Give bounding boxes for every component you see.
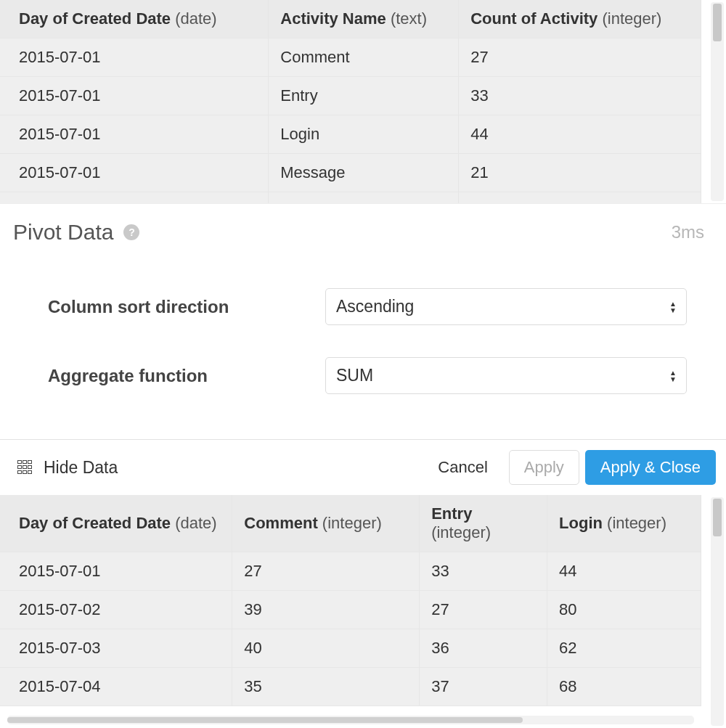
cell-name: Comment — [269, 38, 459, 77]
scrollbar-thumb[interactable] — [7, 717, 523, 723]
col-label: Login — [559, 514, 603, 532]
col-label: Count of Activity — [470, 9, 597, 28]
cell-name: Tag — [269, 192, 459, 204]
cell-login: 80 — [547, 591, 701, 629]
cell-login: 68 — [547, 668, 701, 706]
col-type: (date) — [175, 514, 216, 532]
table-row[interactable]: 2015-07-03 40 36 62 — [0, 629, 701, 668]
table-row[interactable]: 2015-07-04 35 37 68 — [0, 668, 701, 706]
col-comment[interactable]: Comment (integer) — [232, 495, 420, 552]
col-type: (integer) — [431, 523, 491, 541]
cell-comment: 27 — [232, 552, 420, 591]
cell-date: 2015-07-03 — [0, 629, 232, 668]
cell-entry: 36 — [420, 629, 547, 668]
panel-header: Pivot Data ? 3ms — [0, 204, 726, 249]
col-entry[interactable]: Entry (integer) — [420, 495, 547, 552]
scrollbar-thumb[interactable] — [713, 4, 722, 41]
table-row[interactable]: 2015-07-01 Message 21 — [0, 154, 701, 192]
source-table: Day of Created Date (date) Activity Name… — [0, 0, 701, 203]
cell-date: 2015-07-01 — [0, 552, 232, 591]
cell-entry: 33 — [420, 552, 547, 591]
apply-close-button[interactable]: Apply & Close — [585, 450, 716, 485]
table-row[interactable]: 2015-07-01 Entry 33 — [0, 77, 701, 115]
col-type: (integer) — [322, 514, 382, 532]
cell-date: 2015-07-01 — [0, 77, 269, 115]
hide-data-toggle[interactable]: Hide Data — [17, 458, 118, 478]
cell-date: 2015-07-04 — [0, 668, 232, 706]
cell-date: 2015-07-01 — [0, 154, 269, 192]
cancel-button[interactable]: Cancel — [423, 450, 502, 485]
col-type: (text) — [391, 9, 427, 28]
table-header-row: Day of Created Date (date) Comment (inte… — [0, 495, 701, 552]
col-activity-name[interactable]: Activity Name (text) — [269, 0, 459, 38]
col-label: Comment — [244, 514, 317, 532]
label-sort-direction: Column sort direction — [13, 297, 325, 317]
cell-comment: 39 — [232, 591, 420, 629]
col-label: Entry — [431, 504, 472, 523]
select-value[interactable]: Ascending — [325, 288, 687, 325]
panel-title: Pivot Data — [13, 220, 113, 245]
cell-count: 27 — [459, 38, 701, 77]
hide-data-label: Hide Data — [44, 458, 118, 478]
col-type: (integer) — [607, 514, 666, 532]
cell-name: Entry — [269, 77, 459, 115]
cell-entry: 37 — [420, 668, 547, 706]
horizontal-scrollbar[interactable] — [7, 716, 694, 724]
table-row[interactable]: 2015-07-01 Comment 27 — [0, 38, 701, 77]
col-type: (integer) — [602, 9, 661, 28]
select-aggregate-function[interactable]: SUM ▲▼ — [325, 357, 687, 394]
col-created-date[interactable]: Day of Created Date (date) — [0, 495, 232, 552]
pivot-panel: Pivot Data ? 3ms Column sort direction A… — [0, 203, 726, 495]
cell-count: 44 — [459, 115, 701, 154]
panel-footer: Hide Data Cancel Apply Apply & Close — [0, 439, 726, 495]
scrollbar-thumb[interactable] — [713, 499, 722, 536]
col-type: (date) — [175, 9, 216, 28]
cell-name: Message — [269, 154, 459, 192]
select-sort-direction[interactable]: Ascending ▲▼ — [325, 288, 687, 325]
source-table-container: Day of Created Date (date) Activity Name… — [0, 0, 726, 203]
cell-login: 44 — [547, 552, 701, 591]
cell-login: 62 — [547, 629, 701, 668]
result-table-container: Day of Created Date (date) Comment (inte… — [0, 495, 726, 728]
col-activity-count[interactable]: Count of Activity (integer) — [459, 0, 701, 38]
result-table: Day of Created Date (date) Comment (inte… — [0, 495, 701, 706]
col-label: Activity Name — [280, 9, 386, 28]
cell-count: 33 — [459, 77, 701, 115]
table-icon — [17, 460, 33, 475]
table-row-partial[interactable]: 2015-07-01 Tag 23 — [0, 192, 701, 204]
vertical-scrollbar[interactable] — [711, 2, 724, 201]
row-aggregate-function: Aggregate function SUM ▲▼ — [13, 357, 713, 394]
select-value[interactable]: SUM — [325, 357, 687, 394]
vertical-scrollbar[interactable] — [711, 497, 724, 726]
cell-date: 2015-07-01 — [0, 192, 269, 204]
table-header-row: Day of Created Date (date) Activity Name… — [0, 0, 701, 38]
label-aggregate-function: Aggregate function — [13, 366, 325, 386]
row-sort-direction: Column sort direction Ascending ▲▼ — [13, 288, 713, 325]
table-row[interactable]: 2015-07-01 Login 44 — [0, 115, 701, 154]
pivot-form: Column sort direction Ascending ▲▼ Aggre… — [0, 249, 726, 439]
cell-date: 2015-07-01 — [0, 115, 269, 154]
table-row[interactable]: 2015-07-01 27 33 44 — [0, 552, 701, 591]
timing-label: 3ms — [672, 222, 713, 242]
cell-comment: 35 — [232, 668, 420, 706]
cell-date: 2015-07-01 — [0, 38, 269, 77]
cell-count: 21 — [459, 154, 701, 192]
col-label: Day of Created Date — [19, 9, 171, 28]
col-login[interactable]: Login (integer) — [547, 495, 701, 552]
cell-entry: 27 — [420, 591, 547, 629]
col-created-date[interactable]: Day of Created Date (date) — [0, 0, 269, 38]
cell-name: Login — [269, 115, 459, 154]
help-icon[interactable]: ? — [123, 224, 139, 240]
cell-date: 2015-07-02 — [0, 591, 232, 629]
cell-count: 23 — [459, 192, 701, 204]
table-row[interactable]: 2015-07-02 39 27 80 — [0, 591, 701, 629]
cell-comment: 40 — [232, 629, 420, 668]
apply-button[interactable]: Apply — [509, 450, 579, 485]
col-label: Day of Created Date — [19, 514, 171, 532]
